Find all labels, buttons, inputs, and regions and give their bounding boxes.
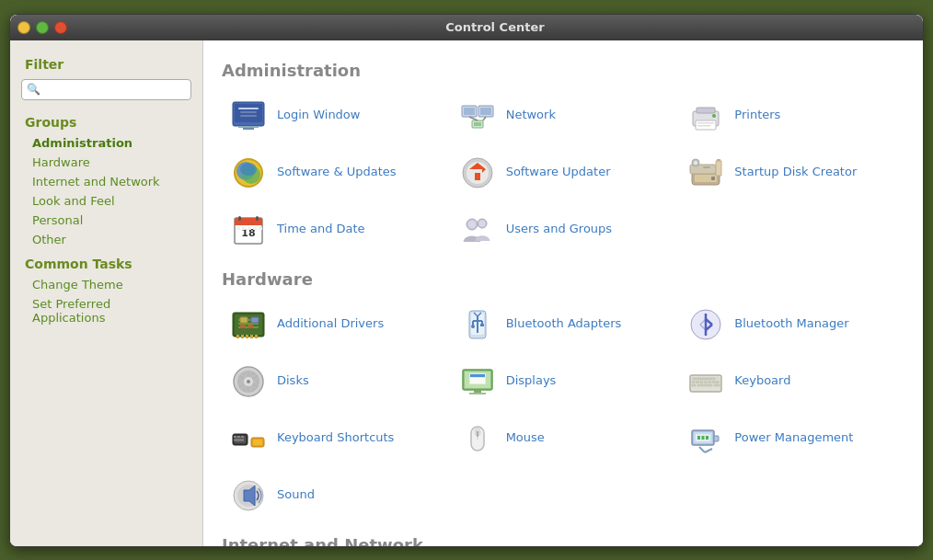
svg-rect-58 (251, 317, 259, 323)
item-software-updates[interactable]: Software & Updates (222, 148, 447, 198)
svg-rect-46 (253, 227, 257, 230)
svg-rect-103 (692, 381, 695, 383)
login-window-label: Login Window (277, 108, 360, 123)
svg-rect-92 (470, 374, 485, 377)
svg-rect-4 (240, 115, 257, 117)
svg-rect-8 (464, 108, 475, 115)
item-sound[interactable]: Sound (222, 471, 447, 520)
common-tasks-label: Common Tasks (10, 249, 202, 275)
item-printers[interactable]: Printers (679, 91, 904, 141)
item-users-and-groups[interactable]: Users and Groups (451, 205, 676, 255)
svg-rect-94 (474, 390, 481, 393)
svg-line-14 (483, 117, 486, 120)
svg-rect-105 (700, 381, 703, 383)
item-startup-disk-creator[interactable]: Startup Disk Creator (679, 148, 904, 198)
svg-line-13 (469, 117, 478, 120)
svg-rect-130 (697, 436, 700, 440)
section-header-hardware: Hardware (222, 269, 904, 289)
svg-point-51 (478, 220, 485, 226)
svg-rect-31 (711, 177, 715, 180)
section-header-administration: Administration (222, 61, 904, 80)
printers-icon (686, 97, 725, 135)
svg-point-25 (240, 163, 257, 176)
maximize-button[interactable] (36, 21, 49, 34)
bluetooth-manager-icon (686, 305, 725, 344)
administration-grid: Login Window (222, 91, 904, 255)
bluetooth-adapters-label: Bluetooth Adapters (506, 316, 622, 332)
item-disks[interactable]: Disks (222, 357, 447, 406)
sidebar-item-hardware[interactable]: Hardware (10, 153, 202, 172)
window-controls (17, 21, 67, 34)
close-button[interactable] (54, 21, 67, 34)
minimize-button[interactable] (17, 21, 30, 34)
svg-rect-44 (242, 227, 246, 230)
svg-rect-120 (234, 439, 244, 440)
time-and-date-label: Time and Date (277, 222, 365, 237)
svg-rect-128 (714, 436, 719, 441)
svg-rect-116 (253, 440, 262, 445)
svg-point-20 (712, 114, 716, 118)
power-management-label: Power Management (734, 430, 853, 446)
item-mouse[interactable]: Mouse (451, 414, 676, 463)
item-displays[interactable]: Displays (451, 357, 676, 406)
login-window-icon (229, 97, 268, 135)
users-and-groups-label: Users and Groups (506, 222, 612, 237)
sound-label: Sound (277, 487, 315, 503)
svg-rect-104 (697, 381, 699, 383)
svg-rect-131 (702, 436, 705, 440)
item-network[interactable]: Network (451, 91, 676, 141)
svg-rect-63 (246, 335, 248, 338)
svg-rect-18 (697, 122, 714, 124)
bluetooth-adapters-icon (458, 305, 497, 344)
svg-rect-111 (697, 384, 712, 386)
displays-icon (458, 362, 497, 401)
software-updater-label: Software Updater (506, 165, 611, 180)
search-input[interactable] (21, 79, 191, 100)
item-time-and-date[interactable]: 18 Time and Date (222, 205, 447, 255)
sidebar-item-set-preferred-applications[interactable]: Set PreferredApplications (10, 294, 202, 327)
sidebar-item-look-and-feel[interactable]: Look and Feel (10, 191, 202, 211)
additional-drivers-icon (229, 305, 268, 344)
svg-rect-73 (480, 324, 484, 326)
svg-rect-5 (243, 128, 254, 130)
item-login-window[interactable]: Login Window (222, 91, 447, 141)
svg-rect-60 (248, 325, 253, 328)
item-power-management[interactable]: Power Management (679, 414, 904, 463)
sidebar-item-personal[interactable]: Personal (10, 211, 202, 230)
svg-rect-59 (240, 325, 246, 328)
item-bluetooth-adapters[interactable]: Bluetooth Adapters (451, 300, 676, 349)
svg-rect-47 (259, 227, 262, 230)
item-keyboard[interactable]: Keyboard (679, 357, 904, 406)
disks-icon (229, 362, 268, 401)
keyboard-shortcuts-label: Keyboard Shortcuts (277, 430, 394, 446)
sidebar-item-other[interactable]: Other (10, 230, 202, 249)
item-bluetooth-manager[interactable]: Bluetooth Manager (679, 300, 904, 349)
titlebar: Control Center (10, 15, 923, 40)
svg-rect-107 (708, 381, 711, 383)
svg-point-85 (247, 380, 250, 383)
svg-rect-99 (697, 378, 701, 380)
item-software-updater[interactable]: Software Updater (451, 148, 676, 198)
sidebar-item-internet-and-network[interactable]: Internet and Network (10, 172, 202, 191)
main-content: Administration (203, 40, 923, 546)
svg-rect-112 (714, 384, 720, 386)
svg-rect-16 (697, 108, 715, 113)
displays-label: Displays (506, 373, 557, 389)
sidebar-item-change-theme[interactable]: Change Theme (10, 275, 202, 294)
svg-point-34 (694, 161, 697, 165)
item-additional-drivers[interactable]: Additional Drivers (222, 300, 447, 349)
bluetooth-manager-label: Bluetooth Manager (734, 316, 848, 332)
search-area: 🔍 (10, 75, 202, 108)
mouse-label: Mouse (506, 430, 545, 446)
item-keyboard-shortcuts[interactable]: Keyboard Shortcuts (222, 414, 447, 463)
startup-disk-creator-label: Startup Disk Creator (734, 165, 857, 180)
svg-rect-95 (469, 393, 486, 394)
main-window: Control Center Filter 🔍 Groups Administr… (9, 14, 924, 547)
sidebar-item-administration[interactable]: Administration (10, 133, 202, 153)
svg-rect-117 (234, 436, 236, 438)
svg-rect-64 (250, 335, 253, 338)
users-and-groups-icon (458, 211, 497, 249)
svg-rect-132 (706, 436, 708, 440)
startup-disk-creator-icon (686, 154, 725, 192)
svg-rect-36 (717, 159, 720, 161)
